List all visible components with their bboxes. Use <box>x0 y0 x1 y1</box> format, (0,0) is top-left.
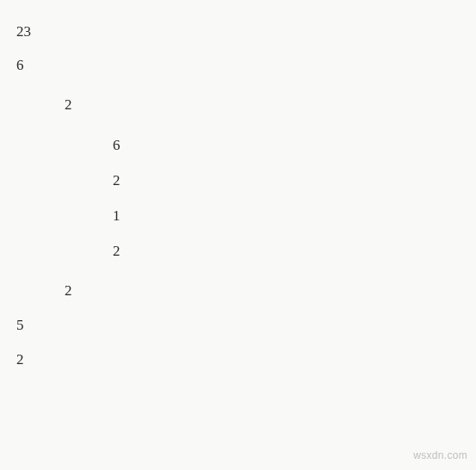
tree-item: 1 <box>113 208 121 223</box>
tree-item: 2 <box>16 352 24 367</box>
tree-item: 6 <box>113 138 121 152</box>
tree-item: 2 <box>65 97 72 112</box>
tree-item: 2 <box>65 283 72 298</box>
tree-item: 6 <box>16 58 24 72</box>
tree-item: 23 <box>16 24 31 39</box>
watermark: wsxdn.com <box>413 449 467 461</box>
tree-item: 5 <box>16 318 24 332</box>
tree-item: 2 <box>113 173 121 188</box>
tree-item: 2 <box>113 244 121 258</box>
